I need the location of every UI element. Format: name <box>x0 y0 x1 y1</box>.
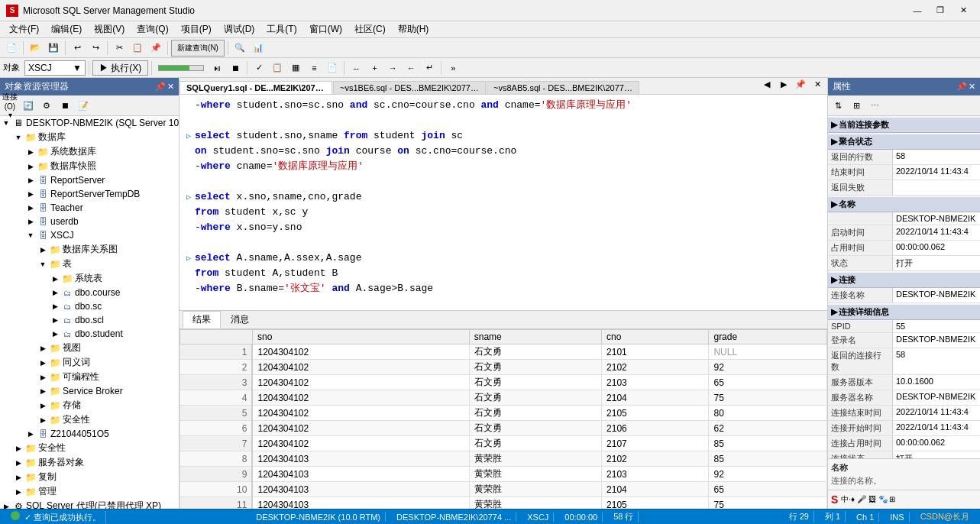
tree-node-0[interactable]: ▼🖥DESKTOP-NBME2IK (SQL Server 10.0.160C <box>0 116 179 130</box>
table-row[interactable]: 31204304102石文勇210365 <box>180 375 827 390</box>
prop-sort-button[interactable]: ⇅ <box>830 97 846 114</box>
results-grid[interactable]: snosnamecnograde11204304102石文勇2101NULL21… <box>180 329 827 509</box>
tree-toggle[interactable]: ▼ <box>12 131 24 144</box>
query-tab-1[interactable]: ~vs1BE6.sql - DES...BME2IK\20774 (53)) <box>333 81 486 94</box>
tree-node-4[interactable]: ▶🗄ReportServer <box>0 173 179 187</box>
tree-node-22[interactable]: ▶🗄Z21044051O5 <box>0 427 179 441</box>
result-tab-消息[interactable]: 消息 <box>221 311 259 328</box>
debug-button[interactable]: ⏯ <box>209 60 225 76</box>
table-row[interactable]: 81204304103黄荣胜210285 <box>180 451 827 467</box>
oe-filter-button[interactable]: ⚙ <box>38 97 55 114</box>
stop-button[interactable]: ⏹ <box>227 60 244 76</box>
tree-toggle[interactable]: ▶ <box>37 371 49 383</box>
tree-node-3[interactable]: ▶📁数据库快照 <box>0 159 179 173</box>
tree-node-21[interactable]: ▶📁安全性 <box>0 412 179 427</box>
menu-item-p[interactable]: 项目(P) <box>175 21 218 37</box>
indent-button[interactable]: → <box>384 60 401 76</box>
query-tab-0[interactable]: SQLQuery1.sql - DE...ME2IK\20774 (55))* <box>180 81 332 95</box>
tree-node-17[interactable]: ▶📁同义词 <box>0 355 179 370</box>
tree-toggle[interactable]: ▼ <box>24 229 37 241</box>
tree-toggle[interactable]: ▶ <box>24 428 37 440</box>
prop-category-button[interactable]: ⊞ <box>848 97 865 114</box>
tree-toggle[interactable]: ▶ <box>12 486 24 498</box>
unindent-button[interactable]: ← <box>403 60 419 76</box>
oe-stop-button[interactable]: ⏹ <box>57 97 73 114</box>
uncomment-button[interactable]: + <box>366 60 383 76</box>
oe-close-button[interactable]: ✕ <box>167 82 174 92</box>
tree-node-8[interactable]: ▼🗄XSCJ <box>0 228 179 242</box>
tree-node-18[interactable]: ▶📁可编程性 <box>0 370 179 384</box>
oe-connect-button[interactable]: 连接(O) ▾ <box>2 97 18 114</box>
prop-pin-button[interactable]: 📌 <box>956 82 967 92</box>
menu-item-h[interactable]: 帮助(H) <box>392 21 435 37</box>
tree-toggle[interactable]: ▶ <box>12 442 24 454</box>
oe-new-query-button[interactable]: 📝 <box>75 97 92 114</box>
tree-toggle[interactable]: ▶ <box>49 300 61 312</box>
paste-button[interactable]: 📌 <box>147 40 164 57</box>
tree-node-26[interactable]: ▶📁管理 <box>0 484 179 499</box>
tree-toggle[interactable]: ▶ <box>12 457 24 469</box>
parse-button[interactable]: ✓ <box>251 60 267 76</box>
prop-more-button[interactable]: ⋯ <box>866 97 883 114</box>
new-query-button[interactable]: 📄 <box>3 40 20 57</box>
tree-toggle[interactable]: ▶ <box>0 500 12 509</box>
tab-scroll-right[interactable]: ▶ <box>775 78 792 92</box>
tree-node-20[interactable]: ▶📁存储 <box>0 398 179 412</box>
menu-item-v[interactable]: 视图(V) <box>88 21 131 37</box>
tree-toggle[interactable]: ▶ <box>37 414 49 426</box>
restore-button[interactable]: ❐ <box>930 3 951 18</box>
text-button[interactable]: ≡ <box>306 60 322 76</box>
tree-node-11[interactable]: ▶📁系统表 <box>0 271 179 286</box>
file-button[interactable]: 📄 <box>324 60 341 76</box>
menu-item-f[interactable]: 文件(F) <box>3 21 45 37</box>
tree-node-6[interactable]: ▶🗄Teacher <box>0 201 179 215</box>
tree-toggle[interactable]: ▶ <box>24 160 37 173</box>
tab-scroll-left[interactable]: ◀ <box>758 78 775 92</box>
cut-button[interactable]: ✂ <box>111 40 128 57</box>
tree-node-27[interactable]: ▶⚙SQL Server 代理(已禁用代理 XP) <box>0 499 179 509</box>
object-explorer-btn[interactable]: 🔍 <box>231 40 248 57</box>
tree-toggle[interactable]: ▶ <box>37 399 49 412</box>
database-dropdown[interactable]: XSCJ ▼ <box>24 60 86 76</box>
menu-item-w[interactable]: 窗口(W) <box>303 21 348 37</box>
tree-toggle[interactable]: ▶ <box>24 174 37 186</box>
tree-node-19[interactable]: ▶📁Service Broker <box>0 384 179 398</box>
tree-toggle[interactable]: ▶ <box>49 273 61 285</box>
wordwrap-button[interactable]: ↵ <box>421 60 438 76</box>
oe-refresh-button[interactable]: 🔄 <box>20 97 37 114</box>
tree-node-14[interactable]: ▶🗂dbo.scl <box>0 313 179 327</box>
tree-node-10[interactable]: ▼📁表 <box>0 257 179 271</box>
tree-node-9[interactable]: ▶📁数据库关系图 <box>0 242 179 257</box>
tree-node-25[interactable]: ▶📁复制 <box>0 470 179 484</box>
tree-toggle[interactable]: ▶ <box>49 286 61 299</box>
tree-toggle[interactable]: ▶ <box>49 328 61 340</box>
results-button[interactable]: 📋 <box>269 60 286 76</box>
tree-toggle[interactable]: ▶ <box>37 357 49 369</box>
prop-section[interactable]: ▶ 聚合状态 <box>828 134 980 150</box>
tree-node-13[interactable]: ▶🗂dbo.sc <box>0 299 179 313</box>
prop-section[interactable]: ▶ 名称 <box>828 197 980 212</box>
tree-toggle[interactable]: ▶ <box>12 471 24 484</box>
table-row[interactable]: 61204304102石文勇210662 <box>180 421 827 436</box>
table-row[interactable]: 101204304103黄荣胜210465 <box>180 482 827 497</box>
prop-section[interactable]: ▶ 连接详细信息 <box>828 305 980 320</box>
tree-node-2[interactable]: ▶📁系统数据库 <box>0 144 179 159</box>
undo-button[interactable]: ↩ <box>69 40 86 57</box>
tree-toggle[interactable]: ▼ <box>0 117 12 129</box>
tree-toggle[interactable]: ▶ <box>24 202 37 214</box>
tree-toggle[interactable]: ▶ <box>24 188 37 200</box>
table-row[interactable]: 111204304103黄荣胜210575 <box>180 497 827 509</box>
oe-pin-button[interactable]: 📌 <box>155 82 166 92</box>
tree-toggle[interactable]: ▶ <box>37 342 49 354</box>
result-tab-结果[interactable]: 结果 <box>183 311 221 328</box>
prop-section[interactable]: ▶ 连接 <box>828 273 980 288</box>
tab-pin-button[interactable]: 📌 <box>792 78 809 92</box>
tree-toggle[interactable]: ▶ <box>24 146 37 158</box>
menu-item-t[interactable]: 工具(T) <box>260 21 302 37</box>
tree-node-5[interactable]: ▶🗄ReportServerTempDB <box>0 187 179 201</box>
tree-node-16[interactable]: ▶📁视图 <box>0 341 179 355</box>
tree-node-23[interactable]: ▶📁安全性 <box>0 441 179 455</box>
tree-toggle[interactable]: ▶ <box>24 215 37 228</box>
copy-button[interactable]: 📋 <box>129 40 146 57</box>
query-tab-2[interactable]: ~vs8AB5.sql - DES...BME2IK\20774 (52)) <box>487 81 639 94</box>
